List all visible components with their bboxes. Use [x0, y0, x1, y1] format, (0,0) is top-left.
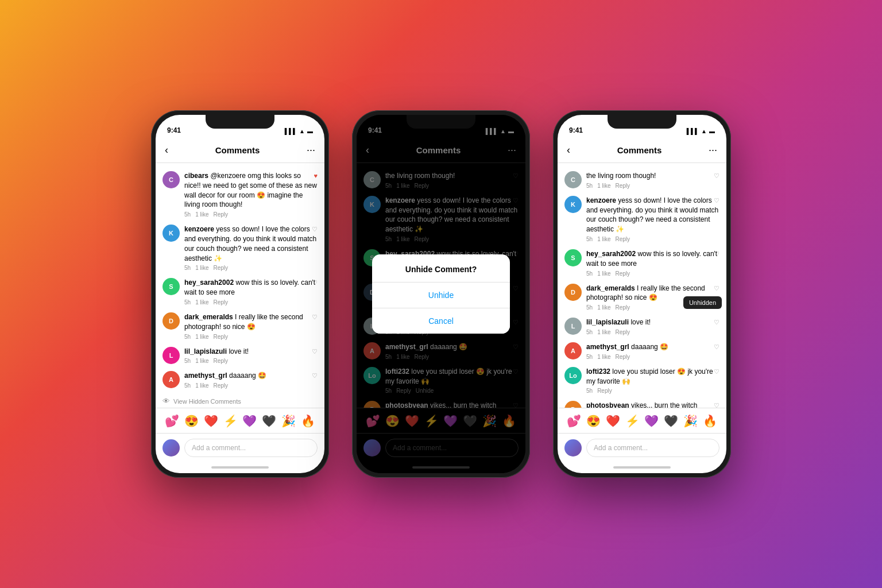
reply-button[interactable]: Reply	[213, 299, 228, 305]
comment-input-3[interactable]: Add a comment...	[586, 439, 719, 457]
comment-text: hey_sarah2002 wow this is so lovely. can…	[184, 278, 318, 297]
heart-button[interactable]: ♥	[314, 172, 318, 179]
avatar: D	[163, 312, 180, 330]
home-bar-3	[613, 466, 671, 469]
comment-body: cibears @kenzoere omg this looks so nice…	[184, 171, 318, 218]
heart-button[interactable]: ♡	[312, 226, 318, 233]
comment-item: K kenzoere yess so down! I love the colo…	[558, 192, 726, 246]
reply-button[interactable]: Reply	[213, 211, 228, 218]
emoji-red-heart[interactable]: ❤️	[606, 414, 620, 428]
reply-button[interactable]: Reply	[615, 329, 630, 335]
username: amethyst_grl	[184, 372, 229, 380]
heart-button[interactable]: ♡	[714, 250, 719, 258]
emoji-fire[interactable]: 🔥	[703, 414, 717, 428]
comment-time: 5h	[184, 382, 191, 389]
reply-button[interactable]: Reply	[213, 265, 228, 271]
unhide-confirm-button[interactable]: Unhide	[372, 283, 510, 308]
avatar: L	[163, 347, 180, 364]
avatar-inner: D	[564, 284, 582, 301]
reply-button[interactable]: Reply	[213, 382, 228, 389]
comment-body: kenzoere yess so down! I love the colors…	[586, 196, 719, 242]
avatar: D	[564, 284, 582, 301]
comment-likes: 1 like	[195, 334, 208, 340]
avatar-inner: S	[163, 278, 180, 295]
reply-button[interactable]: Reply	[615, 354, 630, 360]
heart-button[interactable]: ♡	[312, 314, 318, 321]
reply-button[interactable]: Reply	[615, 236, 630, 242]
back-button-1[interactable]: ‹	[165, 144, 168, 156]
avatar-inner: S	[564, 249, 582, 266]
comment-text: cibears @kenzoere omg this looks so nice…	[184, 171, 318, 210]
reply-button[interactable]: Reply	[213, 358, 228, 364]
avatar-inner: P	[564, 401, 582, 408]
heart-button[interactable]: ♡	[714, 402, 719, 408]
comment-body: lil_lapislazuli love it! 5h 1 like Reply	[586, 318, 719, 335]
reply-button[interactable]: Reply	[615, 270, 630, 277]
emoji-heart-eyes[interactable]: 😍	[586, 414, 601, 428]
emoji-heart-eyes[interactable]: 😍	[184, 414, 199, 428]
unhidden-tooltip: Unhidden	[683, 296, 722, 309]
emoji-party[interactable]: 🎉	[281, 414, 296, 428]
heart-button[interactable]: ♡	[312, 372, 318, 380]
comment-body: lofti232 love you stupid loser 😍 jk you'…	[586, 367, 719, 394]
reply-button[interactable]: Reply	[615, 183, 630, 189]
avatar-inner: L	[564, 318, 582, 335]
reply-button[interactable]: Reply	[213, 334, 228, 340]
emoji-lightning[interactable]: ⚡	[223, 414, 238, 428]
emoji-party[interactable]: 🎉	[683, 414, 698, 428]
view-hidden-text[interactable]: View Hidden Comments	[173, 398, 241, 405]
emoji-black-heart[interactable]: 🖤	[664, 414, 678, 428]
heart-button[interactable]: ♡	[714, 343, 719, 351]
heart-button[interactable]: ♡	[714, 368, 719, 376]
comment-meta: 5h 1 like Reply	[184, 265, 318, 271]
comment-text: the living room though!	[586, 171, 719, 181]
heart-button[interactable]: ♡	[714, 285, 719, 292]
heart-button[interactable]: ♡	[714, 319, 719, 326]
username: hey_sarah2002	[586, 250, 637, 258]
cancel-button[interactable]: Cancel	[372, 308, 510, 334]
comments-title-3: Comments	[617, 145, 662, 155]
phone-3: 9:41 ▌▌▌ ▲ ▬ ‹ Comments ··· C the living…	[553, 110, 731, 478]
comment-likes: 1 like	[195, 358, 208, 364]
wifi-icon-3: ▲	[701, 128, 707, 134]
phone-2: 9:41 ▌▌▌ ▲ ▬ ‹ Comments ··· C the living…	[352, 110, 530, 478]
emoji-black-heart[interactable]: 🖤	[262, 414, 276, 428]
heart-button[interactable]: ♡	[312, 348, 318, 355]
view-hidden-label[interactable]: 👁 View Hidden Comments	[163, 397, 318, 405]
emoji-lightning[interactable]: ⚡	[625, 414, 640, 428]
comment-body: hey_sarah2002 wow this is so lovely. can…	[586, 249, 719, 277]
reply-button[interactable]: Reply	[615, 304, 630, 311]
modal-overlay: Unhide Comment? Unhide Cancel	[357, 115, 525, 473]
emoji-hearts[interactable]: 💕	[567, 414, 581, 428]
reply-button[interactable]: Reply	[597, 388, 612, 394]
emoji-hearts[interactable]: 💕	[165, 414, 179, 428]
more-button-3[interactable]: ···	[709, 144, 717, 156]
heart-button[interactable]: ♡	[714, 172, 719, 180]
comments-scroll-3: C the living room though! 5h 1 like Repl…	[558, 163, 726, 408]
screen-1: 9:41 ▌▌▌ ▲ ▬ ‹ Comments ··· C cibears @k	[156, 115, 324, 473]
emoji-purple-heart[interactable]: 💜	[242, 414, 257, 428]
comment-text: amethyst_grl daaaang 🤩	[586, 342, 719, 352]
avatar: S	[163, 278, 180, 295]
heart-button[interactable]: ♡	[714, 197, 719, 204]
comment-meta: 5h 1 like Reply	[586, 354, 719, 360]
comment-time: 5h	[184, 211, 191, 218]
heart-button[interactable]: ♡	[312, 279, 318, 287]
comment-meta: 5h 1 like Reply	[184, 211, 318, 218]
comment-likes: 1 like	[597, 270, 610, 277]
emoji-purple-heart[interactable]: 💜	[644, 414, 659, 428]
emoji-fire[interactable]: 🔥	[301, 414, 315, 428]
comment-time: 5h	[184, 358, 191, 364]
modal-title: Unhide Comment?	[372, 254, 510, 283]
username: amethyst_grl	[586, 343, 631, 351]
signal-icon-1: ▌▌▌	[285, 128, 297, 134]
comments-header-1: ‹ Comments ···	[156, 138, 324, 163]
comment-meta: 5h 1 like Reply	[586, 236, 719, 242]
username: lofti232	[586, 368, 612, 376]
back-button-3[interactable]: ‹	[567, 144, 570, 156]
more-button-1[interactable]: ···	[307, 144, 315, 156]
comment-input-1[interactable]: Add a comment...	[184, 439, 318, 457]
username: hey_sarah2002	[184, 278, 235, 287]
comment-likes: 1 like	[597, 236, 610, 242]
emoji-red-heart[interactable]: ❤️	[204, 414, 218, 428]
